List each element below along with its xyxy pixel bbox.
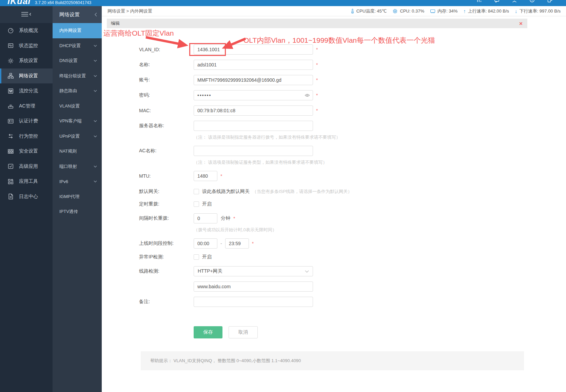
breadcrumb: 网络设置 > 内外网设置	[108, 8, 152, 14]
abnormal-ip-check-checkbox[interactable]	[194, 254, 199, 260]
upload-rate-status: ↑ 上行速率: 842.00 B/s	[463, 8, 509, 14]
default-gateway-checkbox[interactable]	[194, 189, 199, 194]
close-icon[interactable]: ×	[519, 21, 523, 26]
submenu-item-static-route[interactable]: 静态路由	[53, 83, 102, 99]
up-arrow-icon: ↑	[463, 8, 466, 14]
cancel-button[interactable]: 取消	[229, 326, 258, 338]
submenu-item-igmp-proxy[interactable]: IGMP代理	[53, 189, 102, 204]
sidebar-item-system-settings[interactable]: 系统设置	[0, 53, 53, 68]
sidebar-item-behavior-control[interactable]: 行为管控	[0, 129, 53, 144]
help-icon[interactable]	[529, 0, 535, 3]
chevron-down-icon	[94, 60, 97, 62]
hamburger-icon	[21, 11, 32, 18]
stats-icon[interactable]	[476, 0, 482, 3]
down-arrow-icon: ↓	[515, 8, 518, 14]
account-input[interactable]	[194, 75, 313, 85]
chevron-down-icon	[94, 165, 97, 168]
sidebar-item-network-settings[interactable]: 网络设置	[0, 68, 53, 84]
user-icon[interactable]	[512, 0, 517, 3]
vlan-id-input[interactable]	[194, 44, 313, 55]
chevron-down-icon	[94, 135, 97, 137]
abnormal-ip-check-label: 异常IP检测:	[107, 254, 194, 260]
server-name-label: 服务器名称:	[107, 123, 194, 129]
gauge-icon	[7, 27, 14, 34]
message-icon[interactable]	[494, 0, 500, 3]
calendar-check-icon	[7, 163, 14, 170]
server-name-input[interactable]	[194, 121, 313, 131]
sliders-icon	[7, 87, 14, 94]
network-icon	[7, 73, 14, 79]
sidebar-item-log-center[interactable]: 日志中心	[0, 189, 53, 204]
password-input[interactable]	[194, 90, 313, 100]
swap-arrows-icon	[7, 133, 14, 140]
chevron-down-icon	[94, 180, 97, 182]
eye-icon[interactable]	[305, 93, 310, 97]
name-label: 名称:	[107, 62, 194, 68]
submenu-item-vlan[interactable]: VLAN设置	[53, 99, 102, 114]
chevron-left-icon[interactable]	[95, 13, 97, 17]
submenu-item-dns[interactable]: DNS设置	[53, 53, 102, 68]
submenu-item-ipv6[interactable]: IPv6	[53, 174, 102, 189]
wireless-router-icon	[7, 103, 14, 110]
sidebar-item-ac-management[interactable]: AC管理	[0, 99, 53, 114]
mtu-input[interactable]	[194, 171, 217, 181]
mac-input[interactable]	[194, 105, 313, 116]
sub-sidebar: 网络设置 内外网设置 DHCP设置 DNS设置 终端分组设置 静态路由 VLAN…	[53, 6, 102, 392]
redial-interval-input[interactable]	[194, 213, 217, 223]
sidebar-item-advanced-apps[interactable]: 高级应用	[0, 159, 53, 174]
submenu-item-wan-lan[interactable]: 内外网设置	[53, 23, 102, 38]
name-input[interactable]	[194, 60, 313, 70]
account-label: 账号:	[107, 77, 194, 83]
save-button[interactable]: 保存	[194, 326, 222, 338]
log-document-icon	[7, 193, 14, 200]
submenu-item-vpn-client[interactable]: VPN客户端	[53, 114, 102, 129]
submenu-item-upnp[interactable]: UPnP设置	[53, 129, 102, 144]
memory-icon	[430, 9, 435, 14]
submenu-item-port-mapping[interactable]: 端口映射	[53, 159, 102, 174]
cpu-usage-status: CPU: 0.37%	[392, 8, 424, 14]
scheduled-redial-checkbox[interactable]	[194, 201, 199, 207]
monitor-wave-icon	[7, 42, 14, 49]
redial-interval-label: 间隔时长重拨:	[107, 215, 194, 221]
panel-title: 编辑	[111, 20, 120, 26]
line-check-select[interactable]: HTTP+网关	[194, 266, 313, 276]
sidebar-item-status-monitor[interactable]: 状态监控	[0, 38, 53, 54]
required-asterisk: *	[220, 173, 222, 179]
submenu-item-iptv-passthrough[interactable]: IPTV透传	[53, 204, 102, 219]
remark-input[interactable]	[194, 297, 313, 307]
required-asterisk: *	[316, 93, 318, 98]
time-range-dash: -	[220, 241, 222, 246]
line-check-url-input[interactable]	[194, 281, 313, 292]
scheduled-redial-checkbox-label: 开启	[202, 201, 212, 207]
online-time-label: 上线时间段控制:	[107, 240, 194, 247]
app-logo: iKuai	[7, 0, 31, 6]
sidebar-item-app-tools[interactable]: 应用工具	[0, 174, 53, 189]
sidebar-collapse-button[interactable]	[0, 6, 53, 23]
online-time-from-input[interactable]	[194, 238, 217, 249]
memory-status: 内存: 34%	[430, 8, 457, 14]
id-card-icon	[7, 118, 14, 124]
default-gateway-label: 默认网关:	[107, 189, 194, 195]
edit-panel-header: 编辑 ×	[107, 19, 527, 28]
cpu-chip-icon	[392, 8, 398, 14]
redial-interval-note: （拨号成功以后开始计时,0表示无限时间）	[194, 227, 527, 233]
tools-grid-icon	[7, 178, 14, 185]
ac-name-input[interactable]	[194, 146, 313, 156]
sidebar-item-system-overview[interactable]: 系统概况	[0, 23, 53, 38]
submenu-item-dhcp[interactable]: DHCP设置	[53, 38, 102, 54]
logout-icon[interactable]	[547, 0, 552, 3]
mac-label: MAC:	[107, 108, 194, 113]
online-time-to-input[interactable]	[225, 238, 249, 249]
sidebar-item-auth-billing[interactable]: 认证计费	[0, 114, 53, 129]
required-asterisk: *	[316, 77, 318, 83]
sidebar-item-security-settings[interactable]: 安全设置	[0, 144, 53, 159]
ac-name-label: AC名称:	[107, 148, 194, 154]
download-rate-status: ↓ 下行速率: 997.00 B/s	[515, 8, 561, 14]
main-sidebar: 系统概况 状态监控 系统设置 网络设置 流控分流 AC管理 认证计费 行为管控	[0, 6, 53, 392]
scheduled-redial-label: 定时重拨:	[107, 201, 194, 207]
firewall-icon	[7, 148, 14, 155]
required-asterisk: *	[252, 241, 254, 246]
submenu-item-nat-rules[interactable]: NAT规则	[53, 144, 102, 159]
sidebar-item-flow-control[interactable]: 流控分流	[0, 83, 53, 99]
submenu-item-terminal-group[interactable]: 终端分组设置	[53, 68, 102, 84]
